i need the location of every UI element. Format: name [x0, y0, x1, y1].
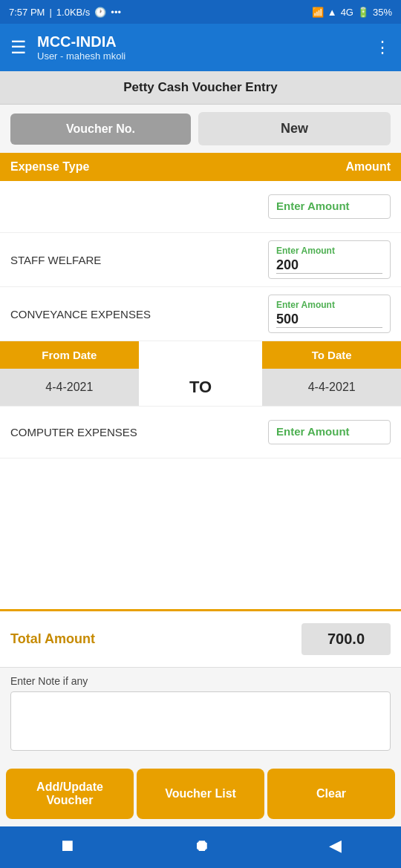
date-value-row: 4-4-2021 TO 4-4-2021	[0, 369, 401, 406]
top-bar: ☰ MCC-INDIA User - mahesh mkoli ⋮	[0, 24, 401, 71]
amount-input-empty[interactable]: Enter Amount	[268, 194, 391, 219]
nav-bar: ⏹ ⏺ ◀	[0, 826, 401, 868]
total-value: 700.0	[301, 623, 391, 655]
staff-welfare-placeholder: Enter Amount	[276, 246, 382, 256]
add-update-button[interactable]: Add/UpdateVoucher	[6, 769, 134, 819]
wifi-icon: 📶	[312, 7, 324, 18]
staff-welfare-label: STAFF WELFARE	[10, 254, 268, 266]
app-title-group: MCC-INDIA User - mahesh mkoli	[37, 33, 125, 62]
from-date-header: From Date	[0, 341, 139, 369]
from-date-value[interactable]: 4-4-2021	[0, 372, 139, 403]
status-left: 7:57 PM | 1.0KB/s 🕐 •••	[9, 7, 121, 18]
conveyance-placeholder: Enter Amount	[276, 300, 382, 310]
back-nav-icon[interactable]: ◀	[329, 836, 342, 855]
status-right: 📶 ▲ 4G 🔋 35%	[312, 7, 392, 18]
conveyance-amount-input[interactable]: Enter Amount	[268, 295, 391, 333]
more-dots: •••	[111, 7, 121, 18]
amount-header: Amount	[346, 160, 391, 174]
expense-type-header: Expense Type	[10, 160, 89, 174]
staff-welfare-amount-input[interactable]: Enter Amount	[268, 240, 391, 279]
computer-expenses-label: COMPUTER EXPENSES	[10, 426, 268, 438]
bottom-buttons: Add/UpdateVoucher Voucher List Clear	[0, 761, 401, 826]
computer-expenses-amount-input[interactable]: Enter Amount	[268, 420, 391, 444]
new-button[interactable]: New	[198, 112, 391, 145]
user-name: User - mahesh mkoli	[37, 50, 125, 62]
battery-icon: 🔋	[357, 7, 369, 18]
more-options-icon[interactable]: ⋮	[374, 38, 391, 57]
time: 7:57 PM	[9, 7, 45, 18]
to-date-header: To Date	[262, 341, 401, 369]
note-textarea[interactable]	[10, 691, 391, 751]
conveyance-label: CONVEYANCE EXPENSES	[10, 308, 268, 320]
conveyance-amount-value[interactable]	[276, 312, 382, 328]
network-info: 1.0KB/s	[56, 7, 91, 18]
date-header-center-space	[139, 341, 263, 369]
note-label: Enter Note if any	[10, 675, 391, 687]
data-icon: 4G	[341, 7, 353, 18]
expense-row-staff-welfare: STAFF WELFARE Enter Amount	[0, 233, 401, 287]
home-nav-icon[interactable]: ⏹	[59, 836, 76, 855]
top-bar-left: ☰ MCC-INDIA User - mahesh mkoli	[10, 33, 125, 62]
clear-button[interactable]: Clear	[267, 769, 395, 819]
battery-percent: 35%	[373, 7, 392, 18]
circle-nav-icon[interactable]: ⏺	[194, 836, 210, 855]
staff-welfare-amount-value[interactable]	[276, 257, 382, 274]
voucher-list-button[interactable]: Voucher List	[137, 769, 264, 819]
status-bar: 7:57 PM | 1.0KB/s 🕐 ••• 📶 ▲ 4G 🔋 35%	[0, 0, 401, 24]
total-label: Total Amount	[10, 631, 95, 647]
amount-placeholder-0: Enter Amount	[276, 200, 382, 212]
to-label: TO	[139, 369, 263, 406]
signal-icon: ▲	[327, 7, 337, 18]
page-title: Petty Cash Voucher Entry	[0, 71, 401, 105]
hamburger-icon[interactable]: ☰	[10, 37, 27, 58]
table-header: Expense Type Amount	[0, 153, 401, 181]
computer-expenses-placeholder: Enter Amount	[276, 425, 382, 438]
expense-row-empty: Enter Amount	[0, 181, 401, 233]
note-section: Enter Note if any	[0, 668, 401, 761]
content-area: Enter Amount STAFF WELFARE Enter Amount …	[0, 181, 401, 609]
expense-row-computer: COMPUTER EXPENSES Enter Amount	[0, 407, 401, 458]
voucher-row: Voucher No. New	[0, 105, 401, 153]
voucher-no-button[interactable]: Voucher No.	[10, 114, 191, 145]
date-section: From Date To Date 4-4-2021 TO 4-4-2021	[0, 341, 401, 407]
alarm-icon: 🕐	[94, 7, 106, 18]
to-date-value[interactable]: 4-4-2021	[262, 372, 401, 403]
expense-row-conveyance: CONVEYANCE EXPENSES Enter Amount	[0, 287, 401, 341]
app-name: MCC-INDIA	[37, 33, 125, 50]
date-header-row: From Date To Date	[0, 341, 401, 369]
total-row: Total Amount 700.0	[0, 609, 401, 668]
network-speed: |	[49, 7, 51, 18]
